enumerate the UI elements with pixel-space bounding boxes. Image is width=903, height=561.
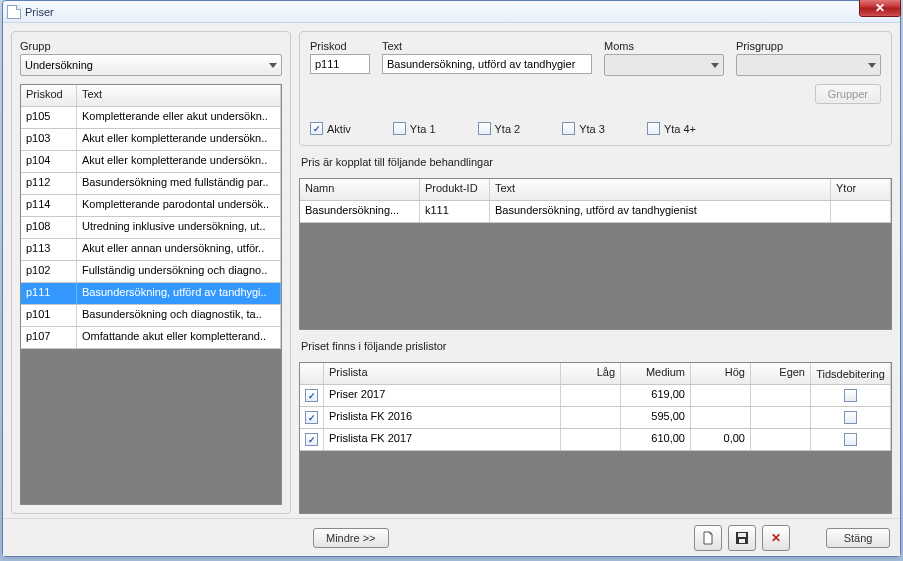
stang-button[interactable]: Stäng: [826, 528, 890, 548]
chevron-down-icon: [868, 63, 876, 68]
cell-priskod: p112: [21, 173, 77, 194]
document-icon: [701, 531, 715, 545]
yta4-label: Yta 4+: [664, 123, 696, 135]
table-row[interactable]: p108Utredning inklusive undersökning, ut…: [21, 217, 281, 239]
yta3-checkbox[interactable]: Yta 3: [562, 122, 605, 135]
cell-priskod: p108: [21, 217, 77, 238]
cell-medium: 610,00: [621, 429, 691, 450]
table-row[interactable]: p105Kompletterande eller akut undersökn.…: [21, 107, 281, 129]
cell-prislista: Priser 2017: [324, 385, 561, 406]
cell-tids[interactable]: [811, 385, 891, 406]
chevron-down-icon: [269, 63, 277, 68]
mindre-button[interactable]: Mindre >>: [313, 528, 389, 548]
yta1-checkbox[interactable]: Yta 1: [393, 122, 436, 135]
window: Priser ✕ Grupp Undersökning Priskod Text…: [2, 0, 901, 557]
cell-checkbox[interactable]: ✓: [300, 385, 324, 406]
cell-priskod: p114: [21, 195, 77, 216]
text-label: Text: [382, 40, 592, 52]
save-button[interactable]: [728, 525, 756, 551]
priskod-input[interactable]: [310, 54, 370, 74]
table-row[interactable]: Basundersökning...k111Basundersökning, u…: [300, 201, 891, 223]
cell-priskod: p107: [21, 327, 77, 348]
yta4-checkbox[interactable]: Yta 4+: [647, 122, 696, 135]
yta2-label: Yta 2: [495, 123, 521, 135]
table-row[interactable]: p112Basundersökning med fullständig par.…: [21, 173, 281, 195]
table-row[interactable]: p101Basundersökning och diagnostik, ta..: [21, 305, 281, 327]
cell-checkbox[interactable]: ✓: [300, 407, 324, 428]
cell-priskod: p101: [21, 305, 77, 326]
cell-text: Akut eller annan undersökning, utför..: [77, 239, 281, 260]
cell-priskod: p103: [21, 129, 77, 150]
cell-prislista: Prislista FK 2017: [324, 429, 561, 450]
detail-panel: Priskod Text Moms: [299, 31, 892, 146]
checkbox-icon: [844, 411, 857, 424]
svg-rect-2: [739, 539, 745, 543]
cell-text: Omfattande akut eller kompletterand..: [77, 327, 281, 348]
new-button[interactable]: [694, 525, 722, 551]
cell-egen: [751, 429, 811, 450]
table-row[interactable]: p104Akut eller kompletterande undersökn.…: [21, 151, 281, 173]
checkbox-icon: [844, 433, 857, 446]
cell-priskod: p113: [21, 239, 77, 260]
col-namn[interactable]: Namn: [300, 179, 420, 200]
cell-lag: [561, 429, 621, 450]
cell-lag: [561, 407, 621, 428]
cell-text: Kompletterande parodontal undersök..: [77, 195, 281, 216]
table-row[interactable]: ✓Prislista FK 2016595,00: [300, 407, 891, 429]
col-medium[interactable]: Medium: [621, 363, 691, 384]
svg-rect-1: [738, 533, 746, 537]
table-row[interactable]: ✓Priser 2017619,00: [300, 385, 891, 407]
cell-checkbox[interactable]: ✓: [300, 429, 324, 450]
table-row[interactable]: ✓Prislista FK 2017610,000,00: [300, 429, 891, 451]
col-priskod[interactable]: Priskod: [21, 85, 77, 106]
grid-header: Priskod Text: [21, 85, 281, 107]
linked-grid[interactable]: Namn Produkt-ID Text Ytor Basundersöknin…: [299, 178, 892, 330]
checkbox-icon: [844, 389, 857, 402]
checkbox-icon: [562, 122, 575, 135]
cell-tids[interactable]: [811, 429, 891, 450]
col-ytor[interactable]: Ytor: [831, 179, 891, 200]
col-tids[interactable]: Tidsdebitering: [811, 363, 891, 384]
col-hog[interactable]: Hög: [691, 363, 751, 384]
col-text[interactable]: Text: [490, 179, 831, 200]
group-label: Grupp: [20, 40, 282, 52]
yta2-checkbox[interactable]: Yta 2: [478, 122, 521, 135]
cell-text: Basundersökning med fullständig par..: [77, 173, 281, 194]
table-row[interactable]: p102Fullständig undersökning och diagno.…: [21, 261, 281, 283]
titlebar: Priser ✕: [3, 1, 900, 23]
delete-button[interactable]: ✕: [762, 525, 790, 551]
col-egen[interactable]: Egen: [751, 363, 811, 384]
pricelists-grid[interactable]: Prislista Låg Medium Hög Egen Tidsdebite…: [299, 362, 892, 514]
close-button[interactable]: ✕: [859, 0, 901, 17]
chevron-down-icon: [711, 63, 719, 68]
cell-ytor: [831, 201, 891, 222]
table-row[interactable]: p113Akut eller annan undersökning, utför…: [21, 239, 281, 261]
cell-priskod: p102: [21, 261, 77, 282]
group-select[interactable]: Undersökning: [20, 54, 282, 76]
aktiv-checkbox[interactable]: ✓ Aktiv: [310, 122, 351, 135]
col-check[interactable]: [300, 363, 324, 384]
col-text[interactable]: Text: [77, 85, 281, 106]
table-row[interactable]: p107Omfattande akut eller kompletterand.…: [21, 327, 281, 349]
left-panel: Grupp Undersökning Priskod Text p105Komp…: [11, 31, 291, 514]
table-row[interactable]: p103Akut eller kompletterande undersökn.…: [21, 129, 281, 151]
cell-tids[interactable]: [811, 407, 891, 428]
cell-prislista: Prislista FK 2016: [324, 407, 561, 428]
cell-egen: [751, 385, 811, 406]
col-pid[interactable]: Produkt-ID: [420, 179, 490, 200]
col-prislista[interactable]: Prislista: [324, 363, 561, 384]
text-input[interactable]: [382, 54, 592, 74]
cell-hog: [691, 385, 751, 406]
moms-select[interactable]: [604, 54, 724, 76]
cell-text: Akut eller kompletterande undersökn..: [77, 151, 281, 172]
col-lag[interactable]: Låg: [561, 363, 621, 384]
cell-text: Akut eller kompletterande undersökn..: [77, 129, 281, 150]
prisgrupp-select[interactable]: [736, 54, 881, 76]
price-code-grid[interactable]: Priskod Text p105Kompletterande eller ak…: [20, 84, 282, 505]
table-row[interactable]: p111Basundersökning, utförd av tandhygi.…: [21, 283, 281, 305]
cell-priskod: p104: [21, 151, 77, 172]
yta3-label: Yta 3: [579, 123, 605, 135]
table-row[interactable]: p114Kompletterande parodontal undersök..: [21, 195, 281, 217]
checkbox-icon: [478, 122, 491, 135]
grupper-button[interactable]: Grupper: [815, 84, 881, 104]
